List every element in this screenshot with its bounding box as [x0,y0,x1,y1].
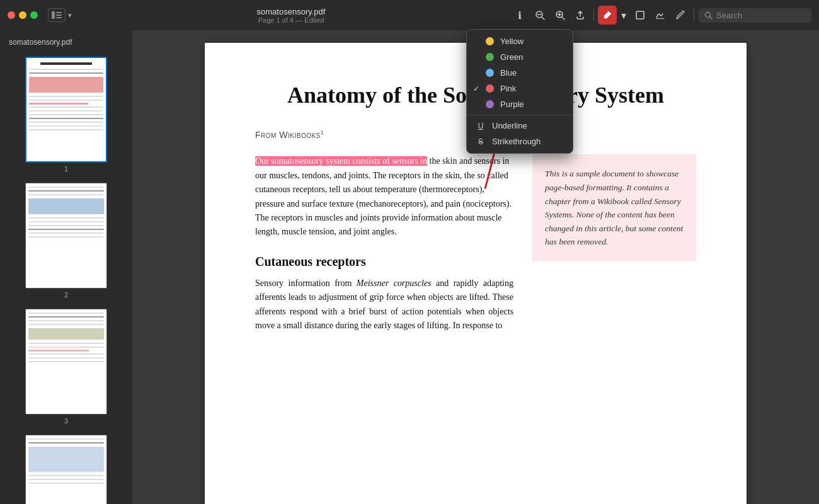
color-purple-option[interactable]: Purple [467,96,573,112]
blue-dot [486,69,494,77]
toolbar-icons: ℹ ▾ [510,6,811,25]
sidebar-toggle-button[interactable] [48,8,66,22]
svg-rect-3 [56,17,62,18]
title-section: somatosensory.pdf Page 1 of 4 — Edited [77,7,505,24]
traffic-lights [8,11,38,19]
zoom-in-icon[interactable] [551,6,570,25]
toolbar-divider-1 [593,9,594,21]
minimize-button[interactable] [19,11,26,19]
crop-icon[interactable] [631,6,650,25]
underline-icon: U [476,122,486,130]
sidebar-item-page-3[interactable]: 3 [5,306,127,427]
search-box[interactable]: Search [698,8,811,23]
thumbnail-frame-1 [25,57,107,163]
green-dot [486,53,494,61]
svg-line-8 [562,17,564,20]
svg-rect-2 [56,14,62,16]
strikethrough-icon: S [476,137,486,146]
yellow-label: Yellow [500,37,524,46]
svg-line-14 [710,16,713,19]
highlight-pen-icon[interactable] [598,6,617,25]
sidebar-item-page-2[interactable]: 2 [5,180,127,301]
thumb-content-1 [26,58,106,161]
svg-rect-1 [56,12,62,13]
share-icon[interactable] [571,6,590,25]
yellow-dot [486,37,494,45]
sidebar: somatosensory.pdf [0,30,132,504]
zoom-out-icon[interactable] [530,6,549,25]
page-number-3: 3 [64,417,68,425]
color-blue-option[interactable]: Blue [467,65,573,81]
highlight-color-dropdown: Yellow Green Blue ✓ Pink Purple U Underl… [466,29,573,154]
sidebar-filename: somatosensory.pdf [5,35,127,49]
main-layout: somatosensory.pdf [0,30,819,504]
thumb-content-3 [26,309,106,414]
color-pink-option[interactable]: ✓ Pink [467,81,573,96]
green-label: Green [500,52,523,62]
annotate-icon[interactable] [671,6,690,25]
purple-dot [486,100,494,108]
pink-dot [486,84,494,93]
close-button[interactable] [8,11,15,19]
thumb-content-2 [26,183,106,288]
sidebar-item-page-1[interactable]: 1 [5,54,127,175]
fullscreen-button[interactable] [30,11,38,19]
highlighted-text: Our somatosensory system consists of sen… [255,156,427,166]
pdf-main-text: Our somatosensory system consists of sen… [255,154,513,333]
info-icon[interactable]: ℹ [510,6,529,25]
thumb-content-4 [26,435,106,504]
thumbnail-frame-2 [25,183,107,289]
underline-label: Underline [492,121,527,130]
sidebar-item-page-4[interactable]: 4 [5,432,127,504]
pink-label: Pink [500,84,516,93]
section-1-body: Sensory information from Meissner corpus… [255,277,513,333]
dropdown-separator [467,115,573,115]
underline-option[interactable]: U Underline [467,118,573,134]
sidebar-note: This is a sample document to showcase pa… [532,154,696,261]
strikethrough-option[interactable]: S Strikethrough [467,134,573,149]
document-subtitle: Page 1 of 4 — Edited [258,16,324,24]
page-number-1: 1 [64,165,68,173]
thumbnail-frame-4 [25,435,107,504]
document-title: somatosensory.pdf [257,7,326,16]
section-heading-cutaneous: Cutaneous receptors [255,255,513,269]
blue-label: Blue [500,68,517,77]
signature-icon[interactable] [651,6,670,25]
svg-rect-0 [52,11,55,19]
color-yellow-option[interactable]: Yellow [467,33,573,49]
pdf-body: Our somatosensory system consists of sen… [255,154,696,333]
purple-label: Purple [500,100,524,109]
color-green-option[interactable]: Green [467,49,573,65]
thumbnail-frame-3 [25,309,107,415]
sidebar-chevron-icon[interactable]: ▾ [68,11,72,20]
titlebar: ▾ somatosensory.pdf Page 1 of 4 — Edited… [0,0,819,30]
svg-rect-11 [636,11,644,19]
svg-line-5 [542,17,544,20]
search-placeholder: Search [716,11,742,20]
page-number-2: 2 [64,291,68,299]
strikethrough-label: Strikethrough [492,137,541,146]
paragraph-1: the skin and sensors in our muscles, ten… [255,156,512,236]
highlighted-paragraph: Our somatosensory system consists of sen… [255,154,513,239]
toolbar-divider-2 [694,9,694,21]
highlight-dropdown-icon[interactable]: ▾ [618,6,629,25]
